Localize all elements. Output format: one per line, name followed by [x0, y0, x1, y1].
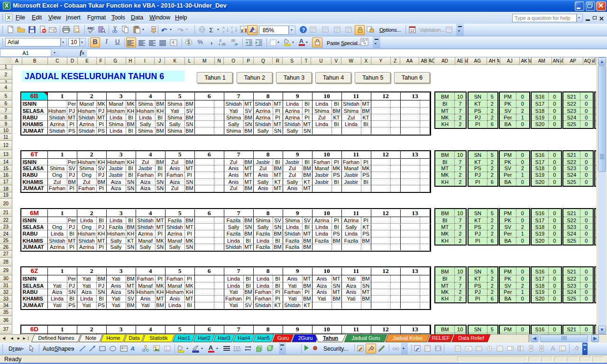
svg-text:ab: ab	[466, 347, 470, 350]
svg-text:A: A	[131, 345, 136, 352]
